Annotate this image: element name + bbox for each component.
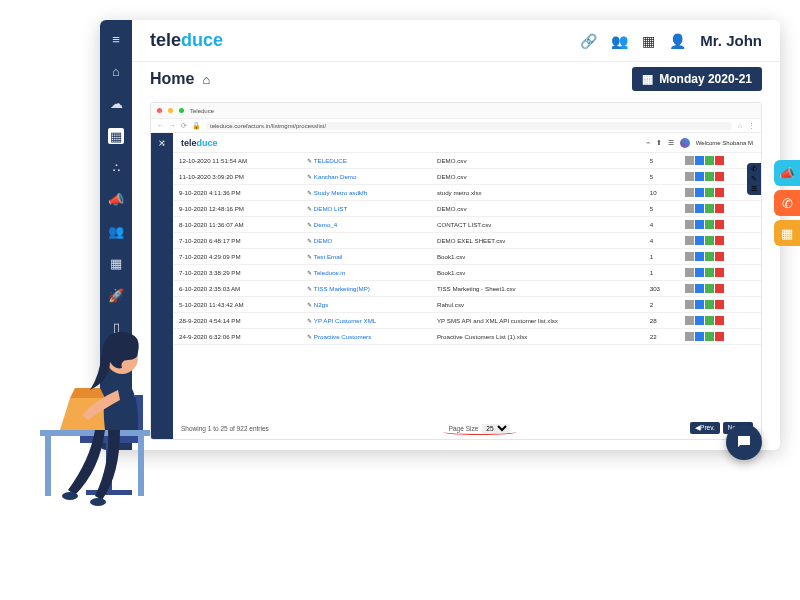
float-megaphone-icon[interactable]: 📣 bbox=[774, 160, 800, 186]
menu-dots-icon[interactable]: ⋮ bbox=[748, 122, 755, 130]
action-red[interactable] bbox=[715, 204, 724, 213]
date-badge[interactable]: ▦ Monday 2020-21 bbox=[632, 67, 762, 91]
action-blue[interactable] bbox=[695, 252, 704, 261]
table-row[interactable]: 7-10-2020 3:38:29 PMTeleduce.inBook1.csv… bbox=[173, 265, 761, 281]
action-blue[interactable] bbox=[695, 236, 704, 245]
row-name[interactable]: YP API Customer XML bbox=[301, 313, 431, 329]
window-min-dot[interactable] bbox=[168, 108, 173, 113]
action-grey[interactable] bbox=[685, 332, 694, 341]
action-blue[interactable] bbox=[695, 204, 704, 213]
action-grey[interactable] bbox=[685, 284, 694, 293]
action-green[interactable] bbox=[705, 300, 714, 309]
action-blue[interactable] bbox=[695, 156, 704, 165]
action-blue[interactable] bbox=[695, 284, 704, 293]
action-grey[interactable] bbox=[685, 236, 694, 245]
action-red[interactable] bbox=[715, 300, 724, 309]
action-green[interactable] bbox=[705, 204, 714, 213]
action-blue[interactable] bbox=[695, 220, 704, 229]
user-icon[interactable]: 👤 bbox=[669, 33, 686, 49]
action-green[interactable] bbox=[705, 268, 714, 277]
action-green[interactable] bbox=[705, 172, 714, 181]
chat-fab[interactable] bbox=[726, 424, 762, 460]
shuffle-icon[interactable]: ⤨ bbox=[151, 133, 173, 153]
table-row[interactable]: 6-10-2020 2:35:03 AMTISS Marketing(MP)TI… bbox=[173, 281, 761, 297]
action-grey[interactable] bbox=[685, 268, 694, 277]
browser-tab[interactable]: Teleduce bbox=[190, 108, 214, 114]
row-name[interactable]: DEMO LIST bbox=[301, 201, 431, 217]
action-blue[interactable] bbox=[695, 188, 704, 197]
action-red[interactable] bbox=[715, 236, 724, 245]
table-row[interactable]: 7-10-2020 4:29:09 PMTest EmailBook1.csv1 bbox=[173, 249, 761, 265]
action-blue[interactable] bbox=[695, 268, 704, 277]
table-row[interactable]: 11-10-2020 3:09:20 PMKanchan DemoDEMO.cs… bbox=[173, 169, 761, 185]
action-green[interactable] bbox=[705, 284, 714, 293]
url-input[interactable] bbox=[206, 122, 732, 130]
action-grey[interactable] bbox=[685, 156, 694, 165]
star-icon[interactable]: ☆ bbox=[737, 122, 743, 130]
reload-icon[interactable]: ⟳ bbox=[181, 122, 187, 130]
bars-icon[interactable]: ☰ bbox=[668, 139, 674, 147]
tag-icon[interactable]: ⌁ bbox=[646, 139, 650, 147]
back-icon[interactable]: ← bbox=[157, 122, 164, 129]
action-grey[interactable] bbox=[685, 300, 694, 309]
action-red[interactable] bbox=[715, 316, 724, 325]
row-name[interactable]: Study Metro asdkfh bbox=[301, 185, 431, 201]
action-red[interactable] bbox=[715, 268, 724, 277]
action-blue[interactable] bbox=[695, 300, 704, 309]
action-green[interactable] bbox=[705, 236, 714, 245]
action-blue[interactable] bbox=[695, 172, 704, 181]
row-name[interactable]: Kanchan Demo bbox=[301, 169, 431, 185]
page-size-control[interactable]: Page Size 25 bbox=[449, 424, 511, 433]
grid-icon[interactable]: ▦ bbox=[108, 256, 124, 272]
table-row[interactable]: 9-10-2020 4:11:36 PMStudy Metro asdkfhst… bbox=[173, 185, 761, 201]
home-icon[interactable]: ⌂ bbox=[108, 64, 124, 80]
action-grey[interactable] bbox=[685, 220, 694, 229]
hierarchy-icon[interactable]: ⛬ bbox=[108, 160, 124, 176]
avatar[interactable] bbox=[680, 138, 690, 148]
apps-grid-icon[interactable]: ▦ bbox=[642, 33, 655, 49]
row-name[interactable]: Proactive Customers bbox=[301, 329, 431, 345]
action-green[interactable] bbox=[705, 316, 714, 325]
people-icon[interactable]: 👥 bbox=[108, 224, 124, 240]
row-name[interactable]: Teleduce.in bbox=[301, 265, 431, 281]
table-row[interactable]: 28-9-2020 4:54:14 PMYP API Customer XMLY… bbox=[173, 313, 761, 329]
row-name[interactable]: Demo_4 bbox=[301, 217, 431, 233]
action-red[interactable] bbox=[715, 252, 724, 261]
users-icon[interactable]: 👥 bbox=[611, 33, 628, 49]
window-max-dot[interactable] bbox=[179, 108, 184, 113]
inner-right-widget[interactable]: ✆✎☰ bbox=[747, 163, 761, 195]
action-blue[interactable] bbox=[695, 332, 704, 341]
table-row[interactable]: 24-9-2020 6:32:06 PMProactive CustomersP… bbox=[173, 329, 761, 345]
table-row[interactable]: 7-10-2020 6:48:17 PMDEMODEMO EXEL SHEET.… bbox=[173, 233, 761, 249]
upload-icon[interactable]: ⬆ bbox=[656, 139, 662, 147]
action-green[interactable] bbox=[705, 332, 714, 341]
menu-icon[interactable]: ≡ bbox=[108, 32, 124, 48]
table-row[interactable]: 9-10-2020 12:48:16 PMDEMO LISTDEMO.csv5 bbox=[173, 201, 761, 217]
action-red[interactable] bbox=[715, 332, 724, 341]
action-grey[interactable] bbox=[685, 204, 694, 213]
row-name[interactable]: TISS Marketing(MP) bbox=[301, 281, 431, 297]
window-close-dot[interactable] bbox=[157, 108, 162, 113]
link-icon[interactable]: 🔗 bbox=[580, 33, 597, 49]
action-red[interactable] bbox=[715, 156, 724, 165]
action-grey[interactable] bbox=[685, 172, 694, 181]
action-green[interactable] bbox=[705, 220, 714, 229]
action-green[interactable] bbox=[705, 156, 714, 165]
calendar-icon[interactable]: ▦ bbox=[108, 128, 124, 144]
user-name-label[interactable]: Mr. John bbox=[700, 32, 762, 49]
table-row[interactable]: 8-10-2020 11:36:07 AMDemo_4CONTACT LIST.… bbox=[173, 217, 761, 233]
table-row[interactable]: 12-10-2020 11:51:54 AMTELEDUCEDEMO.csv5 bbox=[173, 153, 761, 169]
megaphone-icon[interactable]: 📣 bbox=[108, 192, 124, 208]
forward-icon[interactable]: → bbox=[169, 122, 176, 129]
action-blue[interactable] bbox=[695, 316, 704, 325]
action-red[interactable] bbox=[715, 172, 724, 181]
float-grid-icon[interactable]: ▦ bbox=[774, 220, 800, 246]
table-row[interactable]: 5-10-2020 11:43:42 AMN2gsRahul.csv2 bbox=[173, 297, 761, 313]
cloud-icon[interactable]: ☁ bbox=[108, 96, 124, 112]
row-name[interactable]: TELEDUCE bbox=[301, 153, 431, 169]
float-phone-icon[interactable]: ✆ bbox=[774, 190, 800, 216]
action-grey[interactable] bbox=[685, 316, 694, 325]
prev-button[interactable]: ◀Prev. bbox=[690, 422, 720, 434]
action-green[interactable] bbox=[705, 252, 714, 261]
action-red[interactable] bbox=[715, 220, 724, 229]
